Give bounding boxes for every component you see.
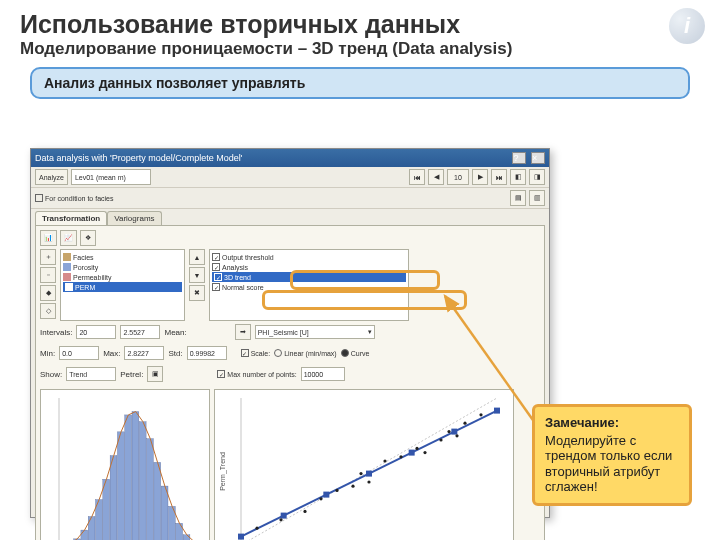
picker-icon[interactable]: ▤ <box>510 190 526 206</box>
svg-point-37 <box>335 489 338 492</box>
tab-transformation[interactable]: Transformation <box>35 211 107 225</box>
svg-rect-15 <box>154 462 161 540</box>
nav-next-icon[interactable]: ▶ <box>472 169 488 185</box>
svg-point-38 <box>351 485 354 488</box>
max-field[interactable]: 2.8227 <box>124 346 164 360</box>
chevron-down-icon: ▾ <box>368 328 372 336</box>
titlebar[interactable]: Data analysis with 'Property model/Compl… <box>31 149 549 167</box>
logo-badge: i <box>669 8 705 44</box>
data-analysis-dialog: Data analysis with 'Property model/Compl… <box>30 148 550 518</box>
list-item[interactable]: ✓Output threshold <box>212 252 406 262</box>
svg-point-46 <box>447 430 450 433</box>
add-icon[interactable]: ＋ <box>40 249 56 265</box>
svg-rect-12 <box>132 412 139 540</box>
secondary-attr-dropdown[interactable]: PHI_Seismic [U]▾ <box>255 325 375 339</box>
tool-icon-1[interactable]: ◧ <box>510 169 526 185</box>
close-button[interactable]: × <box>531 152 545 164</box>
tool-icon-2[interactable]: ◨ <box>529 169 545 185</box>
help-button[interactable]: ? <box>512 152 526 164</box>
info-callout: Анализ данных позволяет управлять <box>30 67 690 99</box>
tree-item[interactable]: Permeability <box>63 272 182 282</box>
property-tree[interactable]: Facies Porosity Permeability PERM <box>60 249 185 321</box>
svg-point-44 <box>423 451 426 454</box>
tab-variograms[interactable]: Variograms <box>107 211 161 225</box>
nav-last-icon[interactable]: ⏭ <box>491 169 507 185</box>
petrel-label: Petrel: <box>120 370 143 379</box>
intervals-label: Intervals: <box>40 328 72 337</box>
zone-combo[interactable]: Lev01 (mean m) <box>71 169 151 185</box>
svg-rect-8 <box>103 479 110 540</box>
panel-tool-1[interactable]: 📊 <box>40 230 57 246</box>
page-field[interactable]: 10 <box>447 169 469 185</box>
analyze-button[interactable]: Analyze <box>35 169 68 185</box>
svg-rect-13 <box>139 422 146 540</box>
min-label: Min: <box>40 349 55 358</box>
value-field[interactable]: 2.5527 <box>120 325 160 339</box>
tree-item[interactable]: Porosity <box>63 262 182 272</box>
max-label: Max: <box>103 349 120 358</box>
nav-prev-icon[interactable]: ◀ <box>428 169 444 185</box>
svg-rect-9 <box>110 456 117 540</box>
max-points-field[interactable]: 10000 <box>301 367 345 381</box>
arrow-icon[interactable]: ➡ <box>235 324 251 340</box>
window-title: Data analysis with 'Property model/Compl… <box>35 153 243 163</box>
svg-rect-26 <box>238 534 244 540</box>
intervals-field[interactable]: 20 <box>76 325 116 339</box>
svg-point-40 <box>367 480 370 483</box>
move-up-icon[interactable]: ▲ <box>189 249 205 265</box>
svg-rect-6 <box>88 517 95 540</box>
svg-point-42 <box>399 455 402 458</box>
remove-icon[interactable]: － <box>40 267 56 283</box>
panel-tool-3[interactable]: ❖ <box>80 230 96 246</box>
svg-rect-14 <box>147 439 154 540</box>
svg-point-39 <box>359 472 362 475</box>
show-label: Show: <box>40 370 62 379</box>
note-body: Моделируйте с трендом только если вторич… <box>545 433 672 495</box>
toolbar-2: For condition to facies ▤ ▥ <box>31 188 549 209</box>
tool-icon-a[interactable]: ◆ <box>40 285 56 301</box>
std-field[interactable]: 0.99982 <box>187 346 227 360</box>
min-field[interactable]: 0.0 <box>59 346 99 360</box>
highlight-secondary-attr <box>290 270 440 290</box>
delete-icon[interactable]: ✖ <box>189 285 205 301</box>
nav-first-icon[interactable]: ⏮ <box>409 169 425 185</box>
svg-point-43 <box>415 447 418 450</box>
panel-tool-2[interactable]: 📈 <box>60 230 77 246</box>
crossplot-chart: PHI_SeismicPerm_Trend <box>214 389 514 540</box>
svg-rect-28 <box>323 492 329 498</box>
scale-curve-radio[interactable]: Curve <box>341 349 370 357</box>
svg-rect-27 <box>281 513 287 519</box>
svg-rect-30 <box>409 450 415 456</box>
std-label: Std: <box>168 349 182 358</box>
svg-rect-10 <box>117 432 124 540</box>
highlight-scale-options <box>262 290 467 310</box>
note-heading: Замечание: <box>545 415 679 431</box>
svg-point-45 <box>439 438 442 441</box>
max-points-check[interactable]: ✓Max number of points: <box>217 370 296 378</box>
picker-icon-2[interactable]: ▥ <box>529 190 545 206</box>
svg-rect-5 <box>81 530 88 540</box>
toolbar: Analyze Lev01 (mean m) ⏮ ◀ 10 ▶ ⏭ ◧ ◨ <box>31 167 549 188</box>
tool-icon-b[interactable]: ◇ <box>40 303 56 319</box>
svg-point-33 <box>255 527 258 530</box>
note-callout: Замечание: Моделируйте с трендом только … <box>532 404 692 506</box>
mean-label: Mean: <box>164 328 186 337</box>
tree-item-selected[interactable]: PERM <box>63 282 182 292</box>
move-down-icon[interactable]: ▼ <box>189 267 205 283</box>
svg-rect-16 <box>161 486 168 540</box>
scale-linear-radio[interactable]: Linear (min/max) <box>274 349 337 357</box>
tree-item[interactable]: Facies <box>63 252 182 262</box>
svg-point-49 <box>479 413 482 416</box>
show-dropdown[interactable]: Trend <box>66 367 116 381</box>
svg-point-47 <box>455 434 458 437</box>
svg-rect-31 <box>451 429 457 435</box>
svg-rect-11 <box>125 415 132 540</box>
svg-point-48 <box>463 422 466 425</box>
filter-checkbox[interactable]: For condition to facies <box>35 194 113 202</box>
petrel-btn[interactable]: ▣ <box>147 366 163 382</box>
svg-point-36 <box>319 497 322 500</box>
svg-text:Perm_Trend: Perm_Trend <box>219 452 227 491</box>
svg-point-35 <box>303 510 306 513</box>
histogram-chart <box>40 389 210 540</box>
svg-rect-29 <box>366 471 372 477</box>
